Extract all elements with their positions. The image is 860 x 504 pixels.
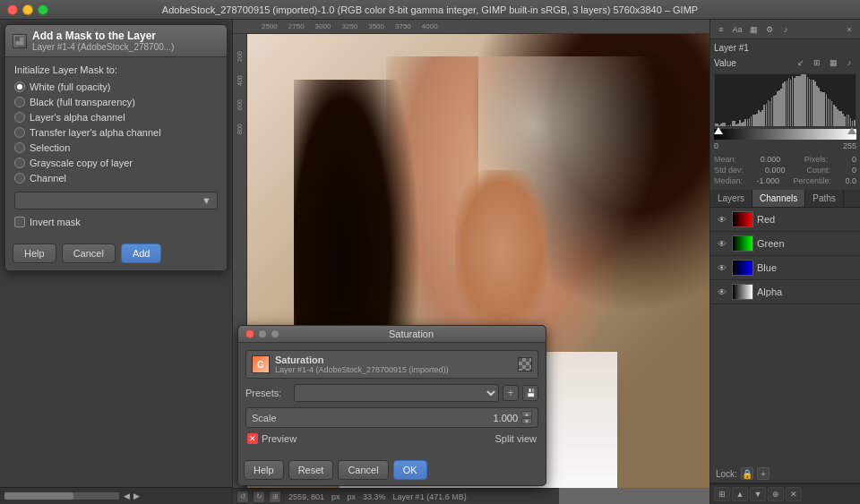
histogram-zoom-out[interactable]: ⊞ — [810, 56, 824, 70]
tab-layers[interactable]: Layers — [710, 190, 752, 207]
option-grayscale[interactable]: Grayscale copy of layer — [14, 157, 218, 169]
radio-selection[interactable] — [14, 142, 25, 153]
lock-position-btn[interactable]: + — [757, 467, 770, 480]
close-button[interactable] — [7, 4, 18, 15]
spinner-down[interactable]: ▼ — [521, 418, 532, 424]
radio-layer-alpha[interactable] — [14, 112, 25, 123]
panel-icon-3[interactable]: ▦ — [746, 22, 761, 37]
minimize-button[interactable] — [22, 4, 33, 15]
layer-checker — [518, 357, 532, 372]
histogram-slider[interactable] — [714, 129, 856, 140]
option-layer-alpha[interactable]: Layer's alpha channel — [14, 111, 218, 124]
move-down-btn[interactable]: ▼ — [750, 487, 766, 501]
channel-eye-red[interactable]: 👁 — [716, 213, 728, 226]
dropdown-arrow-icon: ▼ — [202, 195, 211, 206]
presets-select[interactable] — [294, 384, 499, 402]
undo-btn[interactable]: ↺ — [236, 491, 249, 503]
maximize-button[interactable] — [38, 4, 48, 15]
sat-min-btn[interactable] — [258, 329, 267, 338]
lock-label: Lock: — [716, 469, 737, 479]
sat-close-btn[interactable] — [245, 329, 254, 338]
panel-tabs: Layers Channels Paths — [710, 190, 860, 208]
add-mask-dialog: Add a Mask to the Layer Layer #1-4 (Adob… — [4, 24, 228, 271]
histogram-zoom-in[interactable]: ↙ — [794, 56, 808, 70]
spinner-up[interactable]: ▲ — [521, 411, 532, 417]
histogram-settings[interactable]: ▦ — [826, 56, 840, 70]
option-black-label: Black (full transparency) — [30, 97, 135, 107]
section-label: Initialize Layer Mask to: — [14, 64, 218, 75]
move-up-btn[interactable]: ▲ — [732, 487, 748, 501]
panel-icon-5[interactable]: ♪ — [778, 22, 793, 37]
option-white-label: White (full opacity) — [30, 81, 110, 92]
preview-row: ✕ Preview Split view — [245, 433, 538, 444]
panel-menu-icon[interactable]: × — [842, 22, 856, 37]
channel-dropdown[interactable]: ▼ — [14, 192, 218, 209]
channel-row-alpha[interactable]: 👁 Alpha — [710, 280, 860, 304]
saturation-title: Saturation — [284, 329, 538, 339]
slider-left-handle[interactable] — [714, 127, 723, 134]
duplicate-btn[interactable]: ⊕ — [768, 487, 784, 501]
slider-right-handle[interactable] — [847, 127, 856, 134]
channel-row-blue[interactable]: 👁 Blue — [710, 256, 860, 280]
redo-btn[interactable]: ↻ — [253, 491, 265, 503]
channel-row-green[interactable]: 👁 Green — [710, 232, 860, 256]
status-separator: px — [348, 492, 357, 501]
panel-icon-1[interactable]: ≡ — [714, 22, 728, 37]
option-transfer-alpha[interactable]: Transfer layer's alpha channel — [14, 126, 218, 139]
scroll-arrow-right[interactable]: ▶ — [133, 491, 140, 500]
histogram-menu[interactable]: ♪ — [842, 56, 856, 70]
option-white[interactable]: White (full opacity) — [14, 81, 218, 93]
channel-thumb-blue — [732, 260, 753, 276]
window-controls[interactable] — [7, 4, 48, 15]
sat-max-btn[interactable] — [271, 329, 280, 338]
option-channel[interactable]: Channel — [14, 172, 218, 184]
sat-window-controls[interactable] — [245, 329, 280, 338]
radio-transfer-alpha[interactable] — [14, 127, 25, 138]
add-button[interactable]: Add — [121, 243, 162, 263]
sat-reset-button[interactable]: Reset — [288, 460, 334, 480]
panel-icon-2[interactable]: Aa — [730, 22, 744, 37]
help-button[interactable]: Help — [13, 243, 56, 263]
panel-icon-4[interactable]: ⚙ — [762, 22, 777, 37]
radio-black[interactable] — [14, 97, 25, 107]
radio-white[interactable] — [14, 81, 25, 92]
stat-mean: Mean: 0.000 Pixels: 0 — [714, 154, 856, 165]
preset-save-button[interactable]: 💾 — [522, 385, 538, 401]
option-grayscale-label: Grayscale copy of layer — [30, 158, 133, 168]
ruler-mark-4: 3500 — [368, 22, 384, 30]
radio-grayscale[interactable] — [14, 158, 25, 168]
right-panel-top: ≡ Aa ▦ ⚙ ♪ × — [710, 20, 860, 39]
add-mask-title-bar: Add a Mask to the Layer Layer #1-4 (Adob… — [5, 25, 227, 57]
channel-thumb-red — [732, 211, 753, 227]
invert-checkbox[interactable] — [14, 217, 25, 227]
cancel-button[interactable]: Cancel — [62, 243, 116, 263]
layer-scroll[interactable] — [4, 491, 120, 500]
lock-pixels-btn[interactable]: 🔒 — [741, 467, 753, 480]
scroll-arrow-left[interactable]: ◀ — [124, 491, 130, 500]
stat-median-label: Median: — [714, 176, 743, 185]
zoom-fit-btn[interactable]: ⊞ — [269, 491, 281, 503]
ruler-horizontal: 2500 2750 3000 3250 3500 3750 4000 — [233, 20, 710, 34]
sat-cancel-button[interactable]: Cancel — [338, 460, 388, 480]
channel-row-red[interactable]: 👁 Red — [710, 208, 860, 232]
radio-channel[interactable] — [14, 173, 25, 184]
scale-spinner[interactable]: ▲ ▼ — [521, 411, 532, 424]
option-transfer-alpha-label: Transfer layer's alpha channel — [30, 127, 161, 138]
title-bar: AdobeStock_278700915 (imported)-1.0 (RGB… — [0, 0, 860, 20]
channel-eye-blue[interactable]: 👁 — [716, 261, 728, 274]
delete-btn[interactable]: ✕ — [786, 487, 802, 501]
tab-channels[interactable]: Channels — [752, 190, 805, 207]
option-selection[interactable]: Selection — [14, 141, 218, 154]
tab-paths[interactable]: Paths — [805, 190, 844, 207]
sat-ok-button[interactable]: OK — [393, 460, 427, 480]
preview-toggle[interactable]: ✕ — [247, 433, 258, 444]
new-channel-btn[interactable]: ⊞ — [714, 487, 730, 501]
channel-eye-alpha[interactable]: 👁 — [716, 286, 728, 298]
stat-std-value: 0.000 — [765, 166, 786, 175]
sat-help-button[interactable]: Help — [244, 460, 284, 480]
ruler-mark-2: 3000 — [315, 22, 331, 30]
preset-add-button[interactable]: + — [503, 385, 519, 401]
option-black[interactable]: Black (full transparency) — [14, 96, 218, 108]
channel-eye-green[interactable]: 👁 — [716, 237, 728, 250]
scale-label: Scale — [252, 413, 469, 423]
